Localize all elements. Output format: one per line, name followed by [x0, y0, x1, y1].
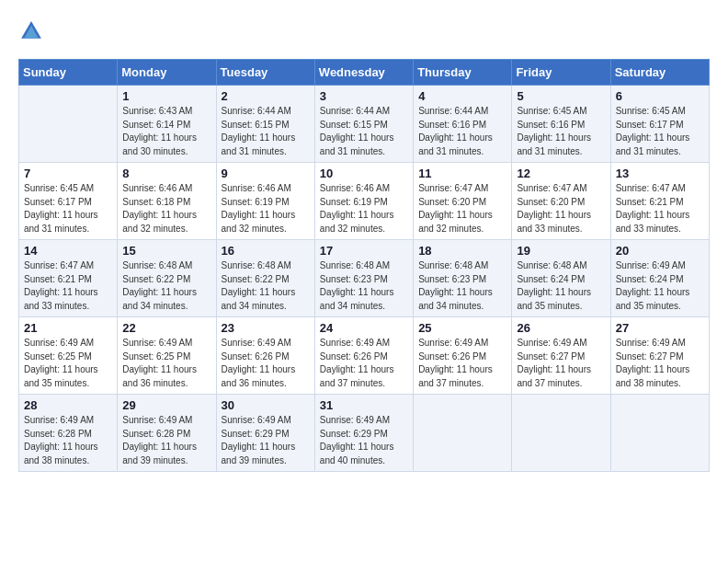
calendar-table: SundayMondayTuesdayWednesdayThursdayFrid… — [18, 59, 710, 472]
weekday-header-wednesday: Wednesday — [314, 60, 413, 86]
weekday-header-monday: Monday — [118, 60, 216, 86]
calendar-cell: 16Sunrise: 6:48 AMSunset: 6:22 PMDayligh… — [216, 240, 314, 317]
cell-info: Sunrise: 6:49 AMSunset: 6:29 PMDaylight:… — [320, 414, 408, 467]
day-number: 1 — [122, 89, 210, 103]
logo-icon — [18, 18, 44, 44]
weekday-header-row: SundayMondayTuesdayWednesdayThursdayFrid… — [19, 60, 710, 86]
calendar-cell: 15Sunrise: 6:48 AMSunset: 6:22 PMDayligh… — [118, 240, 216, 317]
calendar-cell — [512, 395, 610, 472]
cell-info: Sunrise: 6:45 AMSunset: 6:17 PMDaylight:… — [24, 182, 112, 236]
cell-info: Sunrise: 6:49 AMSunset: 6:25 PMDaylight:… — [122, 337, 210, 390]
cell-info: Sunrise: 6:49 AMSunset: 6:24 PMDaylight:… — [616, 259, 704, 313]
day-number: 15 — [122, 244, 210, 258]
calendar-cell: 28Sunrise: 6:49 AMSunset: 6:28 PMDayligh… — [19, 395, 118, 472]
calendar-cell: 5Sunrise: 6:45 AMSunset: 6:16 PMDaylight… — [512, 86, 610, 163]
cell-info: Sunrise: 6:49 AMSunset: 6:26 PMDaylight:… — [222, 337, 310, 390]
calendar-cell: 25Sunrise: 6:49 AMSunset: 6:26 PMDayligh… — [414, 317, 512, 395]
cell-info: Sunrise: 6:44 AMSunset: 6:15 PMDaylight:… — [222, 105, 310, 158]
day-number: 17 — [320, 244, 408, 258]
calendar-cell: 26Sunrise: 6:49 AMSunset: 6:27 PMDayligh… — [512, 317, 610, 395]
calendar-cell: 18Sunrise: 6:48 AMSunset: 6:23 PMDayligh… — [414, 240, 512, 317]
cell-info: Sunrise: 6:48 AMSunset: 6:22 PMDaylight:… — [222, 259, 310, 313]
cell-info: Sunrise: 6:47 AMSunset: 6:20 PMDaylight:… — [517, 182, 605, 236]
calendar-cell: 13Sunrise: 6:47 AMSunset: 6:21 PMDayligh… — [610, 163, 709, 240]
cell-info: Sunrise: 6:49 AMSunset: 6:26 PMDaylight:… — [418, 337, 506, 390]
calendar-cell: 29Sunrise: 6:49 AMSunset: 6:28 PMDayligh… — [118, 395, 216, 472]
cell-info: Sunrise: 6:47 AMSunset: 6:21 PMDaylight:… — [616, 182, 704, 236]
day-number: 13 — [616, 167, 704, 180]
calendar-cell: 30Sunrise: 6:49 AMSunset: 6:29 PMDayligh… — [216, 395, 314, 472]
cell-info: Sunrise: 6:49 AMSunset: 6:27 PMDaylight:… — [517, 337, 605, 390]
calendar-cell: 21Sunrise: 6:49 AMSunset: 6:25 PMDayligh… — [19, 317, 118, 395]
weekday-header-saturday: Saturday — [610, 60, 709, 86]
day-number: 4 — [418, 89, 506, 103]
calendar-cell: 22Sunrise: 6:49 AMSunset: 6:25 PMDayligh… — [118, 317, 216, 395]
cell-info: Sunrise: 6:49 AMSunset: 6:28 PMDaylight:… — [24, 414, 112, 467]
day-number: 9 — [222, 167, 310, 180]
calendar-cell — [19, 86, 118, 163]
page-header — [18, 18, 710, 44]
cell-info: Sunrise: 6:46 AMSunset: 6:19 PMDaylight:… — [222, 182, 310, 236]
day-number: 11 — [418, 167, 506, 180]
cell-info: Sunrise: 6:45 AMSunset: 6:16 PMDaylight:… — [517, 105, 605, 158]
weekday-header-friday: Friday — [512, 60, 610, 86]
day-number: 14 — [24, 244, 112, 258]
calendar-cell: 7Sunrise: 6:45 AMSunset: 6:17 PMDaylight… — [19, 163, 118, 240]
cell-info: Sunrise: 6:45 AMSunset: 6:17 PMDaylight:… — [616, 105, 704, 158]
calendar-week-row: 14Sunrise: 6:47 AMSunset: 6:21 PMDayligh… — [19, 240, 710, 317]
cell-info: Sunrise: 6:47 AMSunset: 6:20 PMDaylight:… — [418, 182, 506, 236]
cell-info: Sunrise: 6:47 AMSunset: 6:21 PMDaylight:… — [24, 259, 112, 313]
calendar-cell: 3Sunrise: 6:44 AMSunset: 6:15 PMDaylight… — [314, 86, 413, 163]
day-number: 30 — [222, 398, 310, 412]
calendar-cell: 31Sunrise: 6:49 AMSunset: 6:29 PMDayligh… — [314, 395, 413, 472]
weekday-header-sunday: Sunday — [19, 60, 118, 86]
calendar-cell: 23Sunrise: 6:49 AMSunset: 6:26 PMDayligh… — [216, 317, 314, 395]
day-number: 3 — [320, 89, 408, 103]
cell-info: Sunrise: 6:44 AMSunset: 6:15 PMDaylight:… — [320, 105, 408, 158]
day-number: 6 — [616, 89, 704, 103]
day-number: 24 — [320, 321, 408, 335]
calendar-week-row: 7Sunrise: 6:45 AMSunset: 6:17 PMDaylight… — [19, 163, 710, 240]
calendar-cell: 27Sunrise: 6:49 AMSunset: 6:27 PMDayligh… — [610, 317, 709, 395]
calendar-cell: 2Sunrise: 6:44 AMSunset: 6:15 PMDaylight… — [216, 86, 314, 163]
calendar-week-row: 1Sunrise: 6:43 AMSunset: 6:14 PMDaylight… — [19, 86, 710, 163]
weekday-header-tuesday: Tuesday — [216, 60, 314, 86]
calendar-cell: 24Sunrise: 6:49 AMSunset: 6:26 PMDayligh… — [314, 317, 413, 395]
calendar-cell: 10Sunrise: 6:46 AMSunset: 6:19 PMDayligh… — [314, 163, 413, 240]
cell-info: Sunrise: 6:49 AMSunset: 6:26 PMDaylight:… — [320, 337, 408, 390]
cell-info: Sunrise: 6:43 AMSunset: 6:14 PMDaylight:… — [122, 105, 210, 158]
day-number: 25 — [418, 321, 506, 335]
day-number: 23 — [222, 321, 310, 335]
calendar-cell — [610, 395, 709, 472]
cell-info: Sunrise: 6:48 AMSunset: 6:24 PMDaylight:… — [517, 259, 605, 313]
day-number: 28 — [24, 398, 112, 412]
day-number: 19 — [517, 244, 605, 258]
day-number: 10 — [320, 167, 408, 180]
day-number: 16 — [222, 244, 310, 258]
day-number: 26 — [517, 321, 605, 335]
calendar-cell: 8Sunrise: 6:46 AMSunset: 6:18 PMDaylight… — [118, 163, 216, 240]
calendar-week-row: 28Sunrise: 6:49 AMSunset: 6:28 PMDayligh… — [19, 395, 710, 472]
day-number: 31 — [320, 398, 408, 412]
calendar-cell: 11Sunrise: 6:47 AMSunset: 6:20 PMDayligh… — [414, 163, 512, 240]
weekday-header-thursday: Thursday — [414, 60, 512, 86]
day-number: 7 — [24, 167, 112, 180]
calendar-cell: 20Sunrise: 6:49 AMSunset: 6:24 PMDayligh… — [610, 240, 709, 317]
cell-info: Sunrise: 6:46 AMSunset: 6:19 PMDaylight:… — [320, 182, 408, 236]
day-number: 12 — [517, 167, 605, 180]
calendar-cell: 14Sunrise: 6:47 AMSunset: 6:21 PMDayligh… — [19, 240, 118, 317]
calendar-cell: 17Sunrise: 6:48 AMSunset: 6:23 PMDayligh… — [314, 240, 413, 317]
cell-info: Sunrise: 6:49 AMSunset: 6:28 PMDaylight:… — [122, 414, 210, 467]
cell-info: Sunrise: 6:48 AMSunset: 6:23 PMDaylight:… — [320, 259, 408, 313]
calendar-cell: 6Sunrise: 6:45 AMSunset: 6:17 PMDaylight… — [610, 86, 709, 163]
day-number: 5 — [517, 89, 605, 103]
calendar-cell — [414, 395, 512, 472]
cell-info: Sunrise: 6:48 AMSunset: 6:22 PMDaylight:… — [122, 259, 210, 313]
calendar-cell: 12Sunrise: 6:47 AMSunset: 6:20 PMDayligh… — [512, 163, 610, 240]
cell-info: Sunrise: 6:48 AMSunset: 6:23 PMDaylight:… — [418, 259, 506, 313]
cell-info: Sunrise: 6:49 AMSunset: 6:27 PMDaylight:… — [616, 337, 704, 390]
day-number: 21 — [24, 321, 112, 335]
cell-info: Sunrise: 6:46 AMSunset: 6:18 PMDaylight:… — [122, 182, 210, 236]
calendar-cell: 1Sunrise: 6:43 AMSunset: 6:14 PMDaylight… — [118, 86, 216, 163]
cell-info: Sunrise: 6:49 AMSunset: 6:25 PMDaylight:… — [24, 337, 112, 390]
